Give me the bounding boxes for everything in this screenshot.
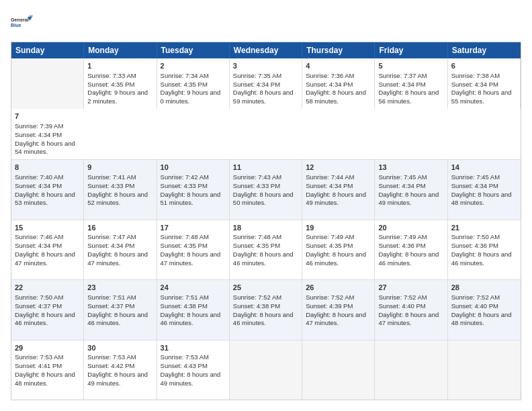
calendar-body: 1Sunrise: 7:33 AMSunset: 4:35 PMDaylight… xyxy=(11,58,521,400)
day-number: 8 xyxy=(15,163,80,173)
calendar-cell: 18Sunrise: 7:48 AMSunset: 4:35 PMDayligh… xyxy=(230,220,302,279)
day-number: 4 xyxy=(306,61,371,71)
calendar-header-cell: Sunday xyxy=(11,42,84,58)
calendar-cell: 30Sunrise: 7:53 AMSunset: 4:42 PMDayligh… xyxy=(84,340,157,400)
day-number: 24 xyxy=(161,283,226,293)
calendar-cell: 13Sunrise: 7:45 AMSunset: 4:34 PMDayligh… xyxy=(375,160,447,219)
calendar-cell xyxy=(448,340,521,400)
day-number: 2 xyxy=(161,61,226,71)
calendar-cell: 27Sunrise: 7:52 AMSunset: 4:40 PMDayligh… xyxy=(375,280,447,339)
calendar-cell: 6Sunrise: 7:38 AMSunset: 4:34 PMDaylight… xyxy=(448,58,521,109)
calendar-page: GeneralBlue SundayMondayTuesdayWednesday… xyxy=(0,0,532,411)
calendar-header-cell: Friday xyxy=(375,42,447,58)
sunset: Sunset: 4:36 PM xyxy=(451,242,498,249)
day-number: 23 xyxy=(87,283,152,293)
sunset: Sunset: 4:35 PM xyxy=(87,81,134,88)
sunrise: Sunrise: 7:37 AM xyxy=(378,72,427,79)
calendar-week-row: 15Sunrise: 7:46 AMSunset: 4:34 PMDayligh… xyxy=(11,220,521,279)
calendar-cell: 24Sunrise: 7:51 AMSunset: 4:38 PMDayligh… xyxy=(157,280,230,339)
sunrise: Sunrise: 7:51 AM xyxy=(161,293,209,301)
calendar-cell: 8Sunrise: 7:40 AMSunset: 4:34 PMDaylight… xyxy=(11,160,84,219)
sunset: Sunset: 4:35 PM xyxy=(161,242,208,249)
sunrise: Sunrise: 7:50 AM xyxy=(451,233,500,240)
day-number: 21 xyxy=(451,223,517,233)
sunrise: Sunrise: 7:45 AM xyxy=(451,173,500,181)
calendar-week-row: 1Sunrise: 7:33 AMSunset: 4:35 PMDaylight… xyxy=(11,58,521,159)
daylight: Daylight: 8 hours and 51 minutes. xyxy=(161,191,221,207)
sunset: Sunset: 4:33 PM xyxy=(87,182,134,189)
sunrise: Sunrise: 7:52 AM xyxy=(451,293,500,301)
day-number: 18 xyxy=(233,223,298,233)
calendar-cell: 4Sunrise: 7:36 AMSunset: 4:34 PMDaylight… xyxy=(302,58,375,109)
sunrise: Sunrise: 7:42 AM xyxy=(161,173,209,181)
calendar-cell: 29Sunrise: 7:53 AMSunset: 4:41 PMDayligh… xyxy=(11,340,84,400)
sunrise: Sunrise: 7:34 AM xyxy=(161,72,209,79)
calendar-cell: 7Sunrise: 7:39 AMSunset: 4:34 PMDaylight… xyxy=(11,109,84,159)
sunset: Sunset: 4:43 PM xyxy=(161,362,208,369)
day-number: 10 xyxy=(161,163,226,173)
sunset: Sunset: 4:34 PM xyxy=(378,81,425,88)
day-number: 25 xyxy=(233,283,298,293)
sunrise: Sunrise: 7:43 AM xyxy=(233,173,281,181)
daylight: Daylight: 8 hours and 48 minutes. xyxy=(451,311,512,327)
sunset: Sunset: 4:34 PM xyxy=(306,81,353,88)
sunset: Sunset: 4:40 PM xyxy=(451,302,498,310)
calendar-cell xyxy=(230,340,302,400)
day-number: 12 xyxy=(306,163,371,173)
daylight: Daylight: 8 hours and 46 minutes. xyxy=(233,311,294,327)
calendar-week-row: 29Sunrise: 7:53 AMSunset: 4:41 PMDayligh… xyxy=(11,340,521,400)
day-number: 19 xyxy=(306,223,371,233)
calendar-cell: 2Sunrise: 7:34 AMSunset: 4:35 PMDaylight… xyxy=(157,58,230,109)
sunrise: Sunrise: 7:52 AM xyxy=(233,293,281,301)
calendar-header-cell: Thursday xyxy=(302,42,375,58)
calendar-cell: 19Sunrise: 7:49 AMSunset: 4:35 PMDayligh… xyxy=(302,220,375,279)
daylight: Daylight: 8 hours and 48 minutes. xyxy=(15,371,75,387)
calendar-header-cell: Tuesday xyxy=(157,42,230,58)
sunset: Sunset: 4:34 PM xyxy=(451,182,498,189)
day-number: 7 xyxy=(15,111,81,122)
sunrise: Sunrise: 7:53 AM xyxy=(87,353,136,361)
sunrise: Sunrise: 7:41 AM xyxy=(87,173,136,181)
sunset: Sunset: 4:37 PM xyxy=(15,302,62,310)
calendar-cell xyxy=(375,340,447,400)
daylight: Daylight: 8 hours and 46 minutes. xyxy=(233,250,294,267)
daylight: Daylight: 8 hours and 46 minutes. xyxy=(451,250,512,267)
calendar-cell: 14Sunrise: 7:45 AMSunset: 4:34 PMDayligh… xyxy=(448,160,521,219)
logo-icon: GeneralBlue xyxy=(11,11,35,35)
daylight: Daylight: 8 hours and 49 minutes. xyxy=(306,191,366,207)
calendar-week-row: 22Sunrise: 7:50 AMSunset: 4:37 PMDayligh… xyxy=(11,279,521,339)
calendar-cell: 5Sunrise: 7:37 AMSunset: 4:34 PMDaylight… xyxy=(375,58,447,109)
daylight: Daylight: 8 hours and 47 minutes. xyxy=(378,311,439,327)
sunset: Sunset: 4:37 PM xyxy=(87,302,134,310)
calendar-cell: 10Sunrise: 7:42 AMSunset: 4:33 PMDayligh… xyxy=(157,160,230,219)
sunset: Sunset: 4:34 PM xyxy=(451,81,498,88)
day-number: 20 xyxy=(378,223,443,233)
sunrise: Sunrise: 7:52 AM xyxy=(306,293,354,301)
calendar-cell: 31Sunrise: 7:53 AMSunset: 4:43 PMDayligh… xyxy=(157,340,230,400)
day-number: 3 xyxy=(233,61,298,71)
calendar-cell xyxy=(11,58,84,109)
day-number: 26 xyxy=(306,283,371,293)
daylight: Daylight: 8 hours and 47 minutes. xyxy=(306,311,366,327)
day-number: 5 xyxy=(378,61,443,71)
sunrise: Sunrise: 7:53 AM xyxy=(15,353,63,361)
calendar-cell: 26Sunrise: 7:52 AMSunset: 4:39 PMDayligh… xyxy=(302,280,375,339)
sunrise: Sunrise: 7:53 AM xyxy=(161,353,209,361)
daylight: Daylight: 8 hours and 58 minutes. xyxy=(306,89,366,105)
sunrise: Sunrise: 7:48 AM xyxy=(233,233,281,240)
calendar-header-cell: Wednesday xyxy=(230,42,302,58)
daylight: Daylight: 8 hours and 47 minutes. xyxy=(87,250,148,267)
daylight: Daylight: 8 hours and 47 minutes. xyxy=(15,250,75,267)
calendar-cell: 23Sunrise: 7:51 AMSunset: 4:37 PMDayligh… xyxy=(84,280,157,339)
sunrise: Sunrise: 7:44 AM xyxy=(306,173,354,181)
daylight: Daylight: 8 hours and 55 minutes. xyxy=(451,89,512,105)
sunrise: Sunrise: 7:33 AM xyxy=(87,72,136,79)
calendar-cell: 25Sunrise: 7:52 AMSunset: 4:38 PMDayligh… xyxy=(230,280,302,339)
sunset: Sunset: 4:34 PM xyxy=(378,182,425,189)
calendar-cell: 3Sunrise: 7:35 AMSunset: 4:34 PMDaylight… xyxy=(230,58,302,109)
svg-text:General: General xyxy=(11,17,29,23)
calendar-cell: 12Sunrise: 7:44 AMSunset: 4:34 PMDayligh… xyxy=(302,160,375,219)
calendar-cell: 9Sunrise: 7:41 AMSunset: 4:33 PMDaylight… xyxy=(84,160,157,219)
day-number: 11 xyxy=(233,163,298,173)
sunrise: Sunrise: 7:45 AM xyxy=(378,173,427,181)
